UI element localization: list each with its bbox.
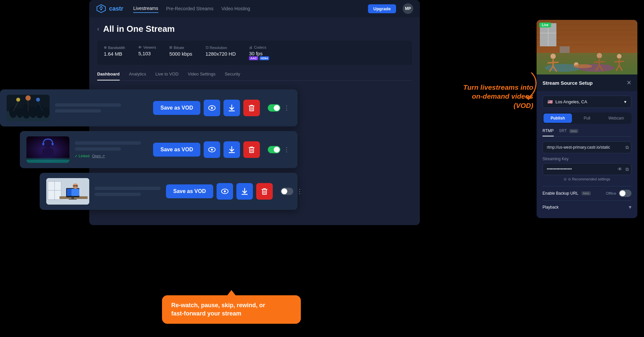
panel-content: 🇺🇸 Los Angeles, CA ▾ Publish Pull Webcam… bbox=[537, 91, 637, 218]
stream-title-1 bbox=[55, 103, 121, 107]
stats-bar: ⊗ Bandwidth 1.64 MB 👁 Viewers 5,103 ⊞ Bi… bbox=[97, 41, 412, 65]
nav-pre-recorded[interactable]: Pre-Recorded Streams bbox=[166, 5, 214, 13]
stat-viewers: 👁 Viewers 5,103 bbox=[138, 45, 156, 60]
more-button-2[interactable]: ⋮ bbox=[282, 145, 291, 155]
svg-point-58 bbox=[550, 54, 556, 59]
linked-row: ✓ Linked Open ↗ bbox=[75, 154, 148, 158]
svg-rect-24 bbox=[26, 160, 69, 163]
backup-beta-badge: beta bbox=[582, 191, 591, 195]
save-vod-button-2[interactable]: Save as VOD bbox=[153, 143, 200, 157]
offline-text: Offline bbox=[606, 191, 616, 195]
toggle-knob-2 bbox=[274, 147, 280, 153]
playback-row: Playback ▾ bbox=[543, 200, 631, 214]
save-vod-button-1[interactable]: Save as VOD bbox=[153, 101, 200, 115]
more-button-3[interactable]: ⋮ bbox=[295, 186, 304, 196]
yoga-scene bbox=[537, 20, 637, 74]
streaming-key-wrapper: 👁 ⧉ bbox=[543, 163, 631, 175]
stream-subtitle-1 bbox=[55, 109, 101, 113]
panel-close-button[interactable]: ✕ bbox=[626, 79, 631, 86]
svg-rect-38 bbox=[71, 189, 79, 196]
svg-point-9 bbox=[16, 98, 20, 102]
svg-point-16 bbox=[211, 107, 213, 109]
download-button-3[interactable] bbox=[236, 183, 253, 200]
stream-card-2: ✓ Linked Open ↗ Save as VOD ⋮ bbox=[20, 131, 298, 168]
eye-button-2[interactable] bbox=[204, 141, 220, 158]
stream-info-1 bbox=[55, 103, 148, 113]
panel-header: Stream Source Setup ✕ bbox=[537, 74, 637, 91]
nav-livestreams[interactable]: Livestreams bbox=[133, 4, 158, 13]
right-controls-2: ⋮ bbox=[268, 145, 291, 155]
stream-info-2: ✓ Linked Open ↗ bbox=[75, 141, 148, 158]
eye-button-3[interactable] bbox=[217, 183, 233, 200]
protocol-tab-rtmp[interactable]: RTMP bbox=[543, 128, 554, 136]
toggle-1[interactable] bbox=[268, 104, 280, 112]
toggle-3[interactable] bbox=[281, 188, 293, 195]
download-button-2[interactable] bbox=[223, 141, 240, 158]
key-eye-button[interactable]: 👁 bbox=[618, 167, 622, 172]
castr-logo: castr bbox=[96, 4, 123, 13]
viewers-label: 👁 Viewers bbox=[138, 45, 156, 49]
right-controls-3: ⋮ bbox=[281, 186, 304, 196]
delete-button-2[interactable] bbox=[243, 141, 260, 158]
location-chevron: ▾ bbox=[624, 99, 626, 104]
location-text: Los Angeles, CA bbox=[555, 99, 587, 104]
resolution-value: 1280x720 HD bbox=[206, 51, 236, 57]
bitrate-value: 5000 kbps bbox=[169, 51, 192, 57]
protocol-tabs: RTMP SRT beta bbox=[543, 128, 631, 137]
open-link[interactable]: Open ↗ bbox=[92, 154, 105, 158]
svg-point-3 bbox=[9, 106, 17, 118]
tab-dashboard[interactable]: Dashboard bbox=[97, 72, 120, 80]
playback-label: Playback bbox=[543, 205, 559, 210]
page-title: All in One Stream bbox=[103, 24, 175, 34]
source-tab-publish[interactable]: Publish bbox=[543, 114, 572, 123]
right-controls-1: ⋮ bbox=[268, 103, 291, 113]
delete-button-1[interactable] bbox=[243, 100, 260, 116]
rtmp-url-input[interactable] bbox=[543, 141, 631, 153]
stream-setup-panel: Live Stream Source Setup ✕ 🇺🇸 Los Angele… bbox=[537, 20, 637, 218]
codecs-badges: AAC H264 bbox=[249, 56, 269, 60]
tooltip-pointer bbox=[227, 290, 236, 296]
stat-codecs: 🖨 Codecs 30 fps AAC H264 bbox=[249, 45, 269, 60]
more-button-1[interactable]: ⋮ bbox=[282, 103, 291, 113]
playback-chevron[interactable]: ▾ bbox=[629, 204, 631, 210]
nav-video-hosting[interactable]: Video Hosting bbox=[221, 5, 250, 13]
eye-button-1[interactable] bbox=[204, 100, 220, 116]
tab-live-to-vod[interactable]: Live to VOD bbox=[155, 72, 179, 80]
tab-video-settings[interactable]: Video Settings bbox=[188, 72, 216, 80]
protocol-tab-srt[interactable]: SRT beta bbox=[559, 128, 578, 136]
svg-point-8 bbox=[43, 107, 50, 118]
stream-subtitle-3 bbox=[95, 193, 141, 196]
location-select[interactable]: 🇺🇸 Los Angeles, CA ▾ bbox=[543, 96, 631, 108]
annotation-text: Turn livestreams intoon-demand videos(VO… bbox=[451, 83, 533, 110]
source-tab-webcam[interactable]: Webcam bbox=[602, 114, 630, 123]
tab-security[interactable]: Security bbox=[225, 72, 240, 80]
recommended-settings-link[interactable]: ⊙ ⊙ Recommended settings bbox=[543, 177, 631, 181]
svg-point-10 bbox=[25, 95, 31, 101]
avatar: MP bbox=[403, 3, 413, 14]
toggle-knob-1 bbox=[274, 105, 280, 111]
toggle-knob-3 bbox=[281, 188, 287, 194]
backup-toggle[interactable] bbox=[619, 190, 631, 197]
back-button[interactable]: ‹ bbox=[97, 25, 99, 32]
stream-cards-container: Save as VOD ⋮ bbox=[0, 89, 298, 215]
download-button-1[interactable] bbox=[223, 100, 240, 116]
browser-content: ‹ All in One Stream ⊗ Bandwidth 1.64 MB … bbox=[89, 17, 420, 94]
key-copy-button[interactable]: ⧉ bbox=[625, 167, 629, 172]
tab-analytics[interactable]: Analytics bbox=[129, 72, 146, 80]
codecs-value: 30 fps AAC H264 bbox=[249, 51, 269, 60]
rtmp-copy-button[interactable]: ⧉ bbox=[625, 145, 629, 150]
panel-title: Stream Source Setup bbox=[543, 80, 593, 86]
delete-button-3[interactable] bbox=[256, 183, 273, 200]
stream-card-1: Save as VOD ⋮ bbox=[0, 89, 298, 126]
thumbnail-3 bbox=[46, 178, 89, 205]
save-vod-button-3[interactable]: Save as VOD bbox=[166, 184, 213, 198]
tooltip-box: Re-watch, pause, skip, rewind, orfast-fo… bbox=[162, 295, 301, 324]
backup-label: Enable Backup URL beta bbox=[543, 191, 591, 196]
toggle-2[interactable] bbox=[268, 146, 280, 153]
svg-point-0 bbox=[101, 9, 102, 10]
backup-toggle-knob bbox=[620, 190, 625, 196]
source-tab-pull[interactable]: Pull bbox=[573, 114, 601, 123]
upgrade-button[interactable]: Upgrade bbox=[368, 4, 396, 13]
svg-rect-35 bbox=[71, 197, 74, 199]
live-preview: Live bbox=[537, 20, 637, 74]
